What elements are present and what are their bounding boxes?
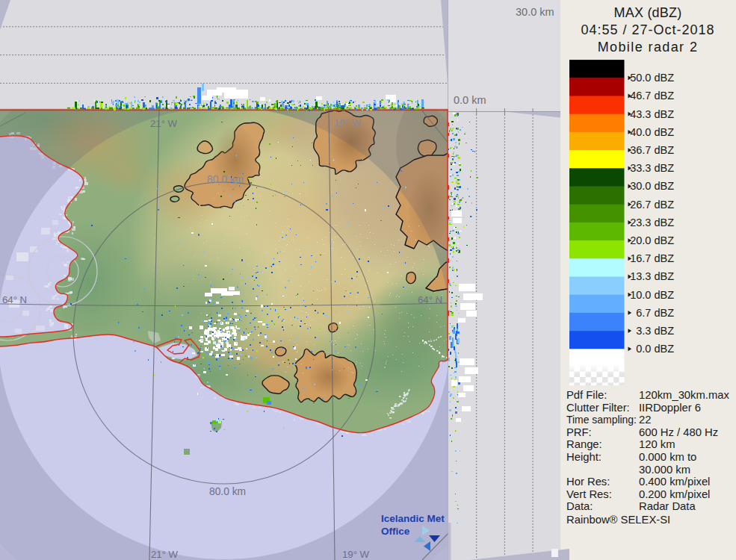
- svg-text:0.0 dBZ: 0.0 dBZ: [636, 343, 674, 355]
- svg-text:16.7 dBZ: 16.7 dBZ: [630, 252, 674, 264]
- svg-text:64° N: 64° N: [2, 294, 27, 305]
- svg-text:120 km: 120 km: [639, 438, 675, 450]
- svg-text:36.7 dBZ: 36.7 dBZ: [630, 144, 674, 156]
- svg-text:40.0 dBZ: 40.0 dBZ: [630, 126, 674, 138]
- svg-text:PRF:: PRF:: [566, 426, 592, 438]
- svg-text:Range:: Range:: [566, 438, 602, 450]
- svg-text:600 Hz / 480 Hz: 600 Hz / 480 Hz: [639, 426, 718, 438]
- svg-text:22: 22: [639, 414, 651, 426]
- svg-text:0.200 km/pixel: 0.200 km/pixel: [639, 488, 710, 500]
- svg-text:Height:: Height:: [566, 451, 602, 463]
- svg-text:Vert Res:: Vert Res:: [566, 488, 612, 500]
- svg-text:3.3 dBZ: 3.3 dBZ: [636, 325, 674, 337]
- svg-text:23.3 dBZ: 23.3 dBZ: [630, 217, 674, 228]
- svg-text:19° W: 19° W: [342, 549, 370, 560]
- svg-text:Mobile radar 2: Mobile radar 2: [598, 40, 699, 55]
- svg-text:64° N: 64° N: [418, 294, 442, 305]
- svg-text:46.7 dBZ: 46.7 dBZ: [630, 90, 674, 102]
- svg-text:Office: Office: [381, 526, 410, 537]
- svg-text:Clutter Filter:: Clutter Filter:: [566, 402, 630, 414]
- svg-text:Time sampling:: Time sampling:: [566, 414, 637, 426]
- svg-text:0.400 km/pixel: 0.400 km/pixel: [639, 476, 710, 488]
- svg-text:80.0 km: 80.0 km: [207, 174, 244, 185]
- svg-text:21° W: 21° W: [151, 549, 179, 560]
- svg-text:0.0 km: 0.0 km: [454, 94, 486, 106]
- svg-text:MAX (dBZ): MAX (dBZ): [614, 5, 682, 20]
- svg-text:33.3 dBZ: 33.3 dBZ: [630, 162, 674, 174]
- svg-text:21° W: 21° W: [150, 118, 178, 129]
- svg-text:0.000 km to: 0.000 km to: [639, 451, 696, 463]
- svg-text:Radar Data: Radar Data: [639, 500, 696, 512]
- svg-text:10.0 dBZ: 10.0 dBZ: [630, 289, 674, 301]
- svg-text:Icelandic Met: Icelandic Met: [381, 513, 445, 524]
- svg-text:80.0 km: 80.0 km: [209, 486, 246, 497]
- svg-text:26.7 dBZ: 26.7 dBZ: [630, 199, 674, 211]
- svg-text:19° W: 19° W: [334, 117, 362, 128]
- svg-text:Pdf File:: Pdf File:: [566, 389, 607, 401]
- svg-text:04:55 / 27-Oct-2018: 04:55 / 27-Oct-2018: [581, 22, 714, 37]
- svg-text:20.0 dBZ: 20.0 dBZ: [630, 234, 674, 246]
- svg-text:50.0 dBZ: 50.0 dBZ: [630, 72, 674, 84]
- svg-text:120km_30km.max: 120km_30km.max: [639, 389, 729, 401]
- svg-text:Rainbow® SELEX-SI: Rainbow® SELEX-SI: [566, 514, 670, 526]
- svg-text:6.7 dBZ: 6.7 dBZ: [636, 307, 674, 319]
- svg-text:13.3 dBZ: 13.3 dBZ: [630, 270, 674, 282]
- svg-text:Hor Res:: Hor Res:: [566, 476, 610, 488]
- svg-text:IIRDoppler 6: IIRDoppler 6: [639, 402, 701, 414]
- svg-text:30.000 km: 30.000 km: [639, 464, 690, 476]
- svg-text:43.3 dBZ: 43.3 dBZ: [630, 108, 674, 120]
- svg-text:30.0 dBZ: 30.0 dBZ: [630, 180, 674, 192]
- svg-text:Data:: Data:: [566, 500, 593, 512]
- svg-text:30.0 km: 30.0 km: [516, 6, 554, 18]
